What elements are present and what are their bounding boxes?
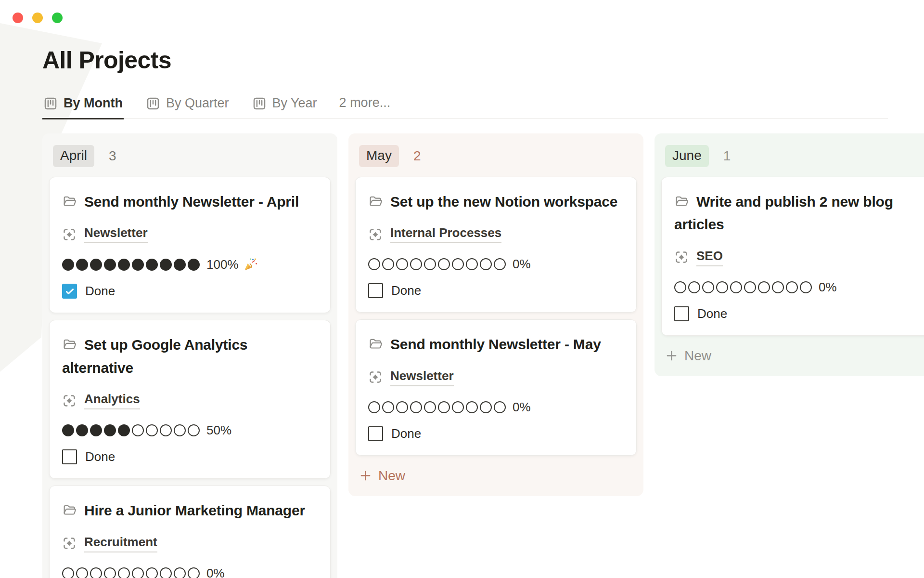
progress-dot-empty <box>396 258 408 270</box>
project-card[interactable]: Set up the new Notion workspaceInternal … <box>355 177 637 313</box>
progress-percent: 0% <box>819 280 837 295</box>
progress-dot-filled <box>118 424 130 436</box>
project-card[interactable]: Send monthly Newsletter - AprilNewslette… <box>49 177 331 313</box>
progress-dot-empty <box>160 567 172 578</box>
project-card[interactable]: Set up Google Analytics alternativeAnaly… <box>49 320 331 479</box>
more-views-button[interactable]: 2 more... <box>339 92 391 118</box>
card-title: Hire a Junior Marketing Manager <box>62 499 318 522</box>
done-row: Done <box>368 426 624 441</box>
project-tag[interactable]: SEO <box>696 249 723 266</box>
progress-dots: 0% <box>674 280 924 295</box>
progress-dot-empty <box>90 567 102 578</box>
project-card[interactable]: Hire a Junior Marketing ManagerRecruitme… <box>49 486 331 578</box>
done-label: Done <box>391 426 421 441</box>
progress-dot-empty <box>62 567 74 578</box>
kanban-board: April3Send monthly Newsletter - AprilNew… <box>42 133 924 578</box>
progress-dot-empty <box>480 258 492 270</box>
plus-icon <box>359 469 372 482</box>
progress-dot-empty <box>452 258 464 270</box>
project-card[interactable]: Write and publish 2 new blog articlesSEO… <box>661 177 924 336</box>
progress-dot-empty <box>688 281 700 293</box>
tab-by-quarter[interactable]: By Quarter <box>145 93 230 119</box>
progress-percent: 0% <box>513 400 531 415</box>
done-row: Done <box>62 284 318 299</box>
progress-dot-empty <box>410 401 422 413</box>
tab-by-year[interactable]: By Year <box>251 93 318 119</box>
progress-dot-filled <box>90 424 102 436</box>
folder-icon <box>62 194 77 209</box>
done-checkbox[interactable] <box>674 306 689 321</box>
folder-icon <box>62 337 77 352</box>
progress-dot-empty <box>702 281 714 293</box>
progress-dot-empty <box>174 424 186 436</box>
done-row: Done <box>62 449 318 464</box>
done-checkbox[interactable] <box>368 426 383 441</box>
card-title: Send monthly Newsletter - April <box>62 190 318 213</box>
new-button-label: New <box>378 468 405 484</box>
done-label: Done <box>391 283 421 298</box>
progress-dot-empty <box>174 567 186 578</box>
project-tag[interactable]: Internal Processes <box>390 225 501 243</box>
relation-icon <box>368 227 383 242</box>
progress-dot-filled <box>76 424 88 436</box>
maximize-button[interactable] <box>52 13 63 23</box>
card-title-text: Write and publish 2 new blog articles <box>674 194 893 232</box>
card-title: Set up Google Analytics alternative <box>62 333 318 379</box>
progress-dots: 50% <box>62 423 318 438</box>
relation-icon <box>62 227 77 242</box>
board-icon <box>43 96 58 111</box>
column-april: April3Send monthly Newsletter - AprilNew… <box>42 133 337 578</box>
progress-dot-empty <box>118 567 130 578</box>
done-label: Done <box>697 306 727 321</box>
project-tag[interactable]: Recruitment <box>84 535 157 552</box>
done-checkbox[interactable] <box>368 283 383 298</box>
progress-percent: 0% <box>206 566 225 578</box>
progress-dot-empty <box>772 281 784 293</box>
new-card-button[interactable]: New <box>355 462 409 489</box>
card-title-text: Set up Google Analytics alternative <box>62 337 247 375</box>
column-may: May2Set up the new Notion workspaceInter… <box>348 133 643 496</box>
project-tag[interactable]: Newsletter <box>84 225 148 243</box>
progress-dot-empty <box>188 567 200 578</box>
progress-dot-empty <box>674 281 686 293</box>
card-count: 3 <box>109 148 116 164</box>
card-count: 1 <box>723 148 731 164</box>
progress-dot-empty <box>104 567 116 578</box>
project-tag[interactable]: Analytics <box>84 392 140 409</box>
card-title: Send monthly Newsletter - May <box>368 333 624 355</box>
progress-dot-empty <box>424 258 436 270</box>
done-checkbox[interactable] <box>62 284 77 299</box>
column-june: June1Write and publish 2 new blog articl… <box>654 133 924 376</box>
done-checkbox[interactable] <box>62 449 77 464</box>
project-tag[interactable]: Newsletter <box>390 368 454 386</box>
progress-dot-empty <box>466 258 478 270</box>
progress-dot-empty <box>188 424 200 436</box>
project-card[interactable]: Send monthly Newsletter - MayNewsletter0… <box>355 319 637 455</box>
progress-dot-filled <box>104 424 116 436</box>
new-card-button[interactable]: New <box>661 342 715 369</box>
card-title-text: Hire a Junior Marketing Manager <box>84 502 305 518</box>
relation-icon <box>62 394 77 408</box>
progress-dot-empty <box>410 258 422 270</box>
minimize-button[interactable] <box>32 13 43 23</box>
progress-dots: 0% <box>62 566 318 578</box>
progress-dot-filled <box>188 259 200 271</box>
progress-dots: 0% <box>368 257 624 272</box>
tab-label: By Month <box>64 96 123 111</box>
progress-percent: 0% <box>513 257 531 272</box>
done-row: Done <box>674 306 924 321</box>
progress-dot-filled <box>62 259 74 271</box>
folder-icon <box>674 194 689 209</box>
progress-dot-filled <box>146 259 158 271</box>
tab-label: By Quarter <box>166 96 229 111</box>
progress-dot-empty <box>438 258 450 270</box>
project-tag-row: Newsletter <box>368 368 624 386</box>
close-button[interactable] <box>13 13 23 23</box>
relation-icon <box>62 536 77 551</box>
progress-dot-empty <box>438 401 450 413</box>
progress-dot-empty <box>382 401 394 413</box>
tab-by-month[interactable]: By Month <box>42 93 124 119</box>
progress-dot-empty <box>730 281 742 293</box>
relation-icon <box>368 370 383 384</box>
new-button-label: New <box>684 348 711 364</box>
